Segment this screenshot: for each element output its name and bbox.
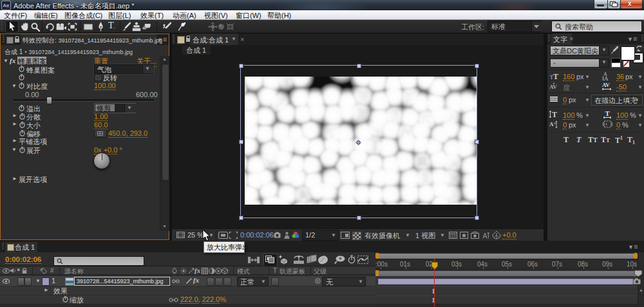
svg-text:T: T [552,110,557,119]
svg-text:a: a [554,121,556,125]
svg-text:A: A [549,121,554,127]
svg-text:!: ! [606,122,607,127]
svg-text:T: T [605,109,611,117]
svg-text:AV: AV [602,82,610,88]
svg-text:IA: IA [602,75,609,82]
svg-text:AV: AV [549,84,557,90]
